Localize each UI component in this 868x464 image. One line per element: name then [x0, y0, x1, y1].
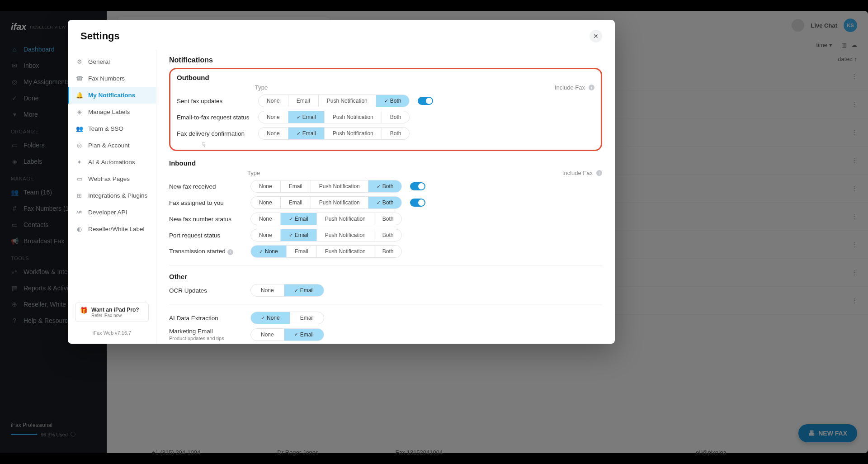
row-label: AI Data Extraction — [169, 315, 250, 322]
row-label: OCR Updates — [169, 287, 250, 294]
notification-row: Port request statusNoneEmailPush Notific… — [169, 229, 602, 241]
segment-option[interactable]: Email — [290, 312, 324, 324]
segment-option[interactable]: Email — [281, 213, 317, 225]
segment-option[interactable]: Both — [376, 95, 410, 107]
segment-option[interactable]: Email — [288, 111, 325, 123]
row-label: Fax assigned to you — [169, 199, 250, 206]
segment-option[interactable]: Email — [284, 329, 324, 341]
notification-row: New fax receivedNoneEmailPush Notificati… — [169, 180, 602, 193]
settings-modal: Settings ✕ ⚙General☎Fax Numbers🔔My Notif… — [68, 20, 615, 344]
segment-option[interactable]: None — [251, 213, 281, 225]
row-label: Marketing EmailProduct updates and tips — [169, 328, 250, 341]
notification-row: Fax delivery confirmationNoneEmailPush N… — [177, 127, 594, 140]
row-label: Fax delivery confirmation — [177, 130, 258, 137]
settings-nav-item[interactable]: 🔔My Notifications — [68, 87, 156, 104]
segment-option[interactable]: None — [251, 229, 281, 241]
segment-option[interactable]: Push Notification — [317, 213, 374, 225]
settings-nav-item[interactable]: ✦AI & Automations — [68, 154, 156, 170]
segmented-control: NoneEmailPush NotificationBoth — [250, 180, 402, 193]
settings-nav-item[interactable]: APIDeveloper API — [68, 204, 156, 221]
settings-nav-item[interactable]: ⊞Integrations & Plugins — [68, 187, 156, 204]
segmented-control: NoneEmail — [250, 284, 324, 297]
segment-option[interactable]: Email — [281, 180, 311, 192]
notification-row: Transmission startediNoneEmailPush Notif… — [169, 245, 602, 258]
segment-option[interactable]: Both — [374, 246, 402, 257]
inbound-title: Inbound — [169, 159, 602, 167]
segment-option[interactable]: None — [259, 95, 288, 107]
segmented-control: NoneEmail — [250, 312, 324, 324]
include-fax-toggle[interactable] — [410, 182, 425, 190]
segmented-control: NoneEmail — [250, 328, 324, 341]
segment-option[interactable]: Both — [368, 180, 402, 192]
settings-nav-item[interactable]: 👥Team & SSO — [68, 120, 156, 137]
segment-option[interactable]: Push Notification — [311, 197, 368, 208]
segment-option[interactable]: Push Notification — [325, 128, 382, 139]
notification-row: AI Data ExtractionNoneEmail — [169, 312, 602, 324]
segmented-control: NoneEmailPush NotificationBoth — [250, 245, 402, 258]
type-header: Type — [255, 84, 268, 91]
segmented-control: NoneEmailPush NotificationBoth — [250, 229, 402, 241]
settings-content: Notifications Outbound Type Include Faxi… — [156, 50, 615, 344]
segment-option[interactable]: Both — [374, 213, 402, 225]
inbound-section: Inbound Type Include Faxi New fax receiv… — [169, 159, 602, 258]
include-fax-header: Include Faxi — [562, 170, 602, 176]
segment-option[interactable]: Email — [287, 246, 317, 257]
referral-promo[interactable]: 🎁 Want an iPad Pro? Refer iFax now — [75, 303, 149, 322]
settings-nav-item[interactable]: ☎Fax Numbers — [68, 70, 156, 87]
settings-nav-item[interactable]: ▭WebFax Pages — [68, 170, 156, 187]
segment-option[interactable]: Email — [288, 128, 325, 139]
include-fax-toggle[interactable] — [418, 97, 433, 105]
notification-row: Fax assigned to youNoneEmailPush Notific… — [169, 196, 602, 209]
other-section: Other OCR UpdatesNoneEmailAI Data Extrac… — [169, 273, 602, 344]
settings-nav-item[interactable]: ⚙General — [68, 53, 156, 70]
notification-row: OCR UpdatesNoneEmail — [169, 284, 602, 297]
include-fax-toggle[interactable] — [410, 199, 425, 207]
segment-option[interactable]: None — [259, 128, 288, 139]
segmented-control: NoneEmailPush NotificationBoth — [258, 95, 410, 107]
segment-option[interactable]: None — [251, 284, 284, 296]
include-fax-header: Include Faxi — [555, 84, 594, 91]
segmented-control: NoneEmailPush NotificationBoth — [250, 196, 402, 209]
segment-option[interactable]: Email — [281, 197, 311, 208]
divider — [169, 304, 602, 304]
notification-row: Email-to-fax request statusNoneEmailPush… — [177, 111, 594, 123]
segment-option[interactable]: None — [259, 111, 288, 123]
modal-title: Settings — [80, 30, 120, 42]
row-label: New fax number status — [169, 216, 250, 223]
segment-option[interactable]: Push Notification — [317, 246, 374, 257]
segment-option[interactable]: Push Notification — [311, 180, 368, 192]
close-button[interactable]: ✕ — [590, 30, 602, 43]
segment-option[interactable]: Both — [382, 111, 410, 123]
row-label: Transmission startedi — [169, 248, 250, 255]
segment-option[interactable]: Push Notification — [325, 111, 382, 123]
segment-option[interactable]: None — [251, 246, 287, 257]
segment-option[interactable]: Email — [288, 95, 319, 107]
segment-option[interactable]: Email — [284, 284, 324, 296]
segment-option[interactable]: Email — [281, 229, 317, 241]
page-title: Notifications — [169, 56, 602, 64]
info-icon[interactable]: i — [227, 249, 233, 255]
gift-icon: 🎁 — [80, 307, 88, 314]
close-icon: ✕ — [593, 33, 599, 40]
segment-option[interactable]: Both — [382, 128, 410, 139]
segment-option[interactable]: None — [251, 180, 281, 192]
settings-nav-item[interactable]: ◐Reseller/White Label — [68, 221, 156, 237]
segmented-control: NoneEmailPush NotificationBoth — [258, 127, 410, 140]
segment-option[interactable]: None — [251, 329, 284, 341]
segment-option[interactable]: Push Notification — [319, 95, 376, 107]
divider — [169, 265, 602, 265]
row-label: Email-to-fax request status — [177, 114, 258, 121]
segment-option[interactable]: None — [251, 197, 281, 208]
segment-option[interactable]: None — [251, 312, 290, 324]
settings-nav-item[interactable]: ◈Manage Labels — [68, 104, 156, 120]
segment-option[interactable]: Push Notification — [317, 229, 374, 241]
info-icon[interactable]: i — [596, 170, 602, 176]
row-label: Sent fax updates — [177, 98, 258, 104]
info-icon[interactable]: i — [589, 85, 594, 90]
segmented-control: NoneEmailPush NotificationBoth — [250, 213, 402, 225]
segment-option[interactable]: Both — [374, 229, 402, 241]
type-header: Type — [247, 170, 260, 176]
outbound-section: Outbound Type Include Faxi Sent fax upda… — [169, 68, 602, 151]
settings-nav-item[interactable]: ◎Plan & Account — [68, 137, 156, 154]
segment-option[interactable]: Both — [368, 197, 402, 208]
